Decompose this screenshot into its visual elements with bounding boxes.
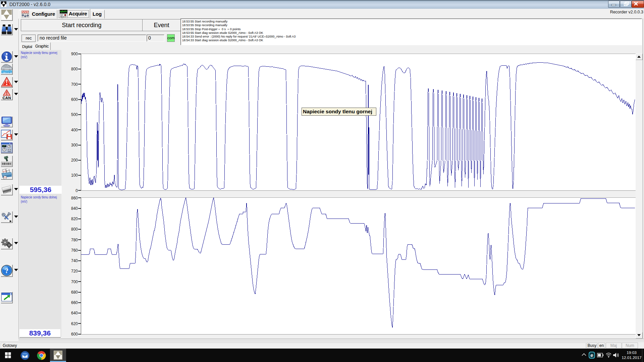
svg-text:CAN: CAN [3, 96, 11, 100]
svg-text:I-5B/C/2-29: I-5B/C/2-29 [2, 72, 12, 74]
svg-text:?: ? [5, 267, 9, 275]
svg-text:010: 010 [3, 176, 7, 179]
svg-text:e: e [590, 352, 593, 358]
